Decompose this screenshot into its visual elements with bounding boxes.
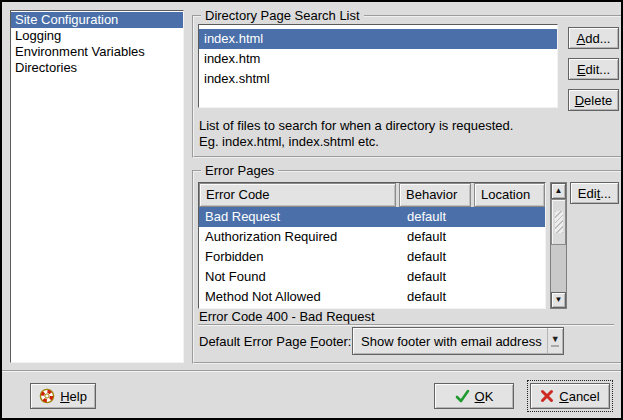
edit-button[interactable]: Edit...	[568, 58, 619, 80]
sidebar-item-environment-variables[interactable]: Environment Variables	[11, 44, 183, 60]
edit-button-label: Edit...	[577, 62, 610, 77]
error-row-forbidden[interactable]: Forbidden default	[199, 247, 545, 267]
search-file-list: index.html index.htm index.shtml	[198, 24, 558, 108]
error-frame-title: Error Pages	[201, 163, 278, 178]
cancel-button[interactable]: Cancel	[530, 383, 610, 409]
httpd-site-configuration-dialog: Site Configuration Logging Environment V…	[0, 0, 623, 420]
cancel-button-label: Cancel	[559, 389, 599, 404]
column-header-location[interactable]: Location	[474, 183, 545, 207]
ok-button-label: OK	[475, 389, 494, 404]
category-list: Site Configuration Logging Environment V…	[10, 10, 184, 363]
drop-down-arrow-icon: ▼	[547, 328, 563, 354]
error-table-header-row: Error Code Behavior Location	[199, 183, 545, 207]
column-header-error-code[interactable]: Error Code	[199, 183, 396, 207]
file-item-index-shtml[interactable]: index.shtml	[199, 69, 557, 89]
error-row-authorization-required[interactable]: Authorization Required default	[199, 227, 545, 247]
check-icon	[455, 389, 470, 403]
scroll-up-button[interactable]: ▲	[551, 183, 566, 199]
help-button[interactable]: Help	[30, 383, 96, 409]
error-pages-table: Error Code Behavior Location Bad Request…	[198, 182, 546, 309]
scroll-down-icon: ▼	[555, 296, 563, 304]
scroll-up-icon: ▲	[555, 187, 563, 195]
error-edit-button-label: Edit...	[578, 186, 611, 201]
footer-select-value: Show footer with email address	[361, 334, 542, 349]
file-item-index-htm[interactable]: index.htm	[199, 49, 557, 69]
error-row-not-found[interactable]: Not Found default	[199, 267, 545, 287]
file-item-index-html[interactable]: index.html	[199, 29, 557, 49]
help-button-label: Help	[60, 389, 87, 404]
delete-button[interactable]: Delete	[568, 89, 619, 111]
add-button-label: Add...	[577, 31, 611, 46]
scrollbar-thumb[interactable]	[551, 199, 566, 245]
scrollbar-grip-icon	[555, 211, 563, 233]
error-row-bad-request[interactable]: Bad Request default	[199, 207, 545, 227]
dialog-separator	[2, 370, 623, 372]
sidebar-item-site-configuration[interactable]: Site Configuration	[11, 12, 183, 28]
error-table-scrollbar[interactable]: ▲ ▼	[550, 182, 567, 309]
directory-frame-title: Directory Page Search List	[201, 8, 364, 23]
search-list-caption-line2: Eg. index.html, index.shtml etc.	[199, 134, 379, 149]
scroll-down-button[interactable]: ▼	[551, 292, 566, 308]
delete-button-label: Delete	[575, 93, 613, 108]
cross-icon	[540, 389, 554, 403]
error-code-status-text: Error Code 400 - Bad Request	[199, 309, 375, 324]
column-header-behavior[interactable]: Behavior	[399, 183, 471, 207]
add-button[interactable]: Add...	[568, 27, 619, 49]
lifebuoy-icon	[39, 388, 55, 404]
ok-button[interactable]: OK	[434, 383, 514, 409]
footer-combo-label: Default Error Page Footer:	[199, 334, 351, 349]
error-edit-button[interactable]: Edit...	[570, 182, 619, 204]
default-error-footer-select[interactable]: Show footer with email address ▼	[352, 327, 564, 355]
error-row-method-not-allowed[interactable]: Method Not Allowed default	[199, 287, 545, 307]
search-list-caption-line1: List of files to search for when a direc…	[199, 118, 513, 133]
status-separator	[198, 324, 614, 326]
sidebar-item-logging[interactable]: Logging	[11, 28, 183, 44]
sidebar-item-directories[interactable]: Directories	[11, 60, 183, 76]
